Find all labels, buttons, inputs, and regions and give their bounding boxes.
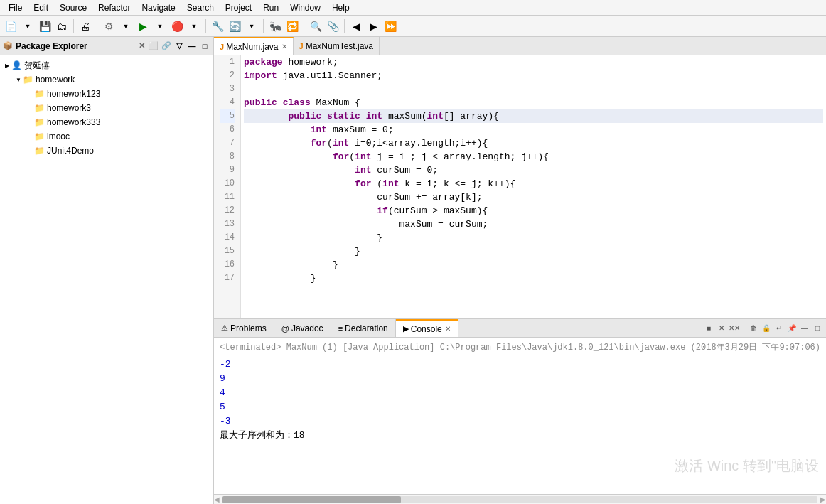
token	[277, 97, 283, 108]
toolbar-sep-3	[205, 19, 206, 33]
toolbar-run-dropdown[interactable]: ▼	[152, 18, 168, 34]
token	[360, 111, 366, 122]
toolbar-new-dropdown[interactable]: ▼	[20, 18, 36, 34]
tab-declaration[interactable]: ≡ Declaration	[331, 319, 396, 337]
toolbar-save-all[interactable]: 🗂	[54, 18, 70, 34]
menu-bar: File Edit Source Refactor Navigate Searc…	[0, 0, 826, 16]
token: (	[372, 178, 383, 189]
tab-maxnum-close[interactable]: ✕	[281, 43, 287, 50]
token: maxSum(	[382, 111, 427, 122]
toolbar-ext2-dropdown[interactable]: ▼	[244, 18, 259, 34]
tab-problems[interactable]: ⚠ Problems	[214, 319, 274, 337]
maximize-icon[interactable]: □	[199, 41, 210, 52]
scrollbar-track[interactable]	[222, 496, 817, 503]
toolbar-run[interactable]: ▶	[135, 18, 151, 34]
toolbar-debug[interactable]: ⚙	[101, 18, 117, 34]
tree-item-homework123[interactable]: 📁 homework123	[0, 87, 213, 101]
menu-edit[interactable]: Edit	[28, 1, 54, 14]
menu-navigate[interactable]: Navigate	[136, 1, 181, 14]
scroll-lock-btn[interactable]: 🔒	[761, 323, 772, 334]
console-output-line: -2	[220, 358, 820, 372]
menu-refactor[interactable]: Refactor	[92, 1, 136, 14]
token: (	[327, 138, 333, 149]
token	[244, 111, 288, 122]
toolbar-sep-2	[97, 19, 97, 33]
problems-icon: ⚠	[221, 323, 228, 333]
toolbar-ext1[interactable]: 🔧	[210, 18, 225, 34]
terminate-btn[interactable]: ■	[703, 323, 714, 334]
token: public	[244, 97, 277, 108]
menu-project[interactable]: Project	[220, 1, 257, 14]
menu-source[interactable]: Source	[54, 1, 92, 14]
menu-icon[interactable]: ▽	[173, 41, 185, 52]
token: if	[377, 205, 388, 216]
editor-tab-bar: J MaxNum.java ✕ J MaxNumTest.java	[214, 37, 826, 55]
toolbar-new[interactable]: 📄	[3, 18, 18, 34]
line-number-6: 6	[220, 123, 235, 136]
scroll-left-icon[interactable]: ◀	[214, 495, 220, 503]
toolbar-debug-dropdown[interactable]: ▼	[118, 18, 134, 34]
menu-help[interactable]: Help	[326, 1, 355, 14]
toolbar-sep-4	[263, 19, 264, 33]
scrollbar-hint[interactable]: ◀ ▶	[214, 494, 826, 504]
tab-javadoc[interactable]: @ Javadoc	[274, 319, 331, 337]
tree-label-junit4demo: JUnit4Demo	[47, 146, 94, 156]
toolbar-search[interactable]: 🔍	[308, 18, 323, 34]
remove-all-btn[interactable]: ✕✕	[729, 323, 740, 334]
token: for	[311, 138, 327, 149]
close-icon[interactable]: ✕	[139, 41, 145, 50]
tree-item-homework333[interactable]: 📁 homework333	[0, 115, 213, 129]
toolbar-fwd[interactable]: ⏩	[382, 18, 398, 34]
tree-item-heyanci[interactable]: ▶ 👤 贺延僖	[0, 58, 213, 73]
clear-btn[interactable]: 🗑	[748, 323, 759, 334]
tab-maxnumtest[interactable]: J MaxNumTest.java	[294, 37, 380, 55]
remove-btn[interactable]: ✕	[716, 323, 727, 334]
tree-item-homework[interactable]: ▼ 📁 homework	[0, 73, 213, 87]
line-number-12: 12	[220, 204, 235, 218]
menu-file[interactable]: File	[3, 1, 28, 14]
tab-maxnum[interactable]: J MaxNum.java ✕	[214, 37, 293, 55]
tab-console[interactable]: ▶ Console ✕	[396, 319, 458, 337]
tree-arrow-homework: ▼	[14, 77, 23, 83]
toolbar-ext2[interactable]: 🔄	[227, 18, 242, 34]
tree-item-imooc[interactable]: 📁 imooc	[0, 129, 213, 144]
tree-label-heyanci: 贺延僖	[24, 60, 50, 72]
link-icon[interactable]: 🔗	[161, 41, 172, 52]
word-wrap-btn[interactable]: ↵	[773, 323, 785, 334]
token: homework;	[283, 57, 338, 68]
toolbar-print[interactable]: 🖨	[77, 18, 93, 34]
toolbar-sep-6	[344, 19, 345, 33]
menu-run[interactable]: Run	[257, 1, 284, 14]
line-number-5: 5	[220, 109, 235, 123]
toolbar-save[interactable]: 💾	[37, 18, 53, 34]
tree-item-homework3[interactable]: 📁 homework3	[0, 101, 213, 115]
scroll-right-icon[interactable]: ▶	[820, 495, 826, 503]
minimize-icon[interactable]: —	[186, 41, 198, 52]
toolbar-ant2[interactable]: 🔁	[284, 18, 300, 34]
toolbar-coverage-dropdown[interactable]: ▼	[186, 18, 202, 34]
code-line-1: package homework;	[244, 55, 823, 69]
toolbar-coverage[interactable]: 🔴	[169, 18, 185, 34]
toolbar-ant[interactable]: 🐜	[267, 18, 283, 34]
code-line-17: }	[244, 272, 823, 285]
token: static	[327, 111, 360, 122]
menu-window[interactable]: Window	[284, 1, 326, 14]
pin-btn[interactable]: 📌	[786, 323, 798, 334]
scrollbar-thumb[interactable]	[222, 496, 401, 503]
menu-search[interactable]: Search	[181, 1, 220, 14]
tree-item-junit4demo[interactable]: 📁 JUnit4Demo	[0, 144, 213, 158]
console-output-line: 9	[220, 372, 820, 386]
token: curSum += array[k];	[244, 192, 482, 203]
token: maxSum = 0;	[327, 124, 394, 135]
tab-console-close[interactable]: ✕	[445, 325, 451, 333]
code-editor[interactable]: 1234567891011121314151617 package homewo…	[214, 55, 826, 318]
toolbar-search2[interactable]: 📎	[325, 18, 340, 34]
maximize-btn2[interactable]: □	[812, 323, 823, 334]
collapse-icon[interactable]: ⬜	[148, 41, 159, 52]
toolbar-prev[interactable]: ◀	[348, 18, 364, 34]
tree-label-homework333: homework333	[47, 117, 100, 127]
toolbar-next[interactable]: ▶	[365, 18, 381, 34]
toolbar-sep-5	[304, 19, 304, 33]
minimize-btn2[interactable]: —	[799, 323, 810, 334]
code-line-11: curSum += array[k];	[244, 191, 823, 204]
